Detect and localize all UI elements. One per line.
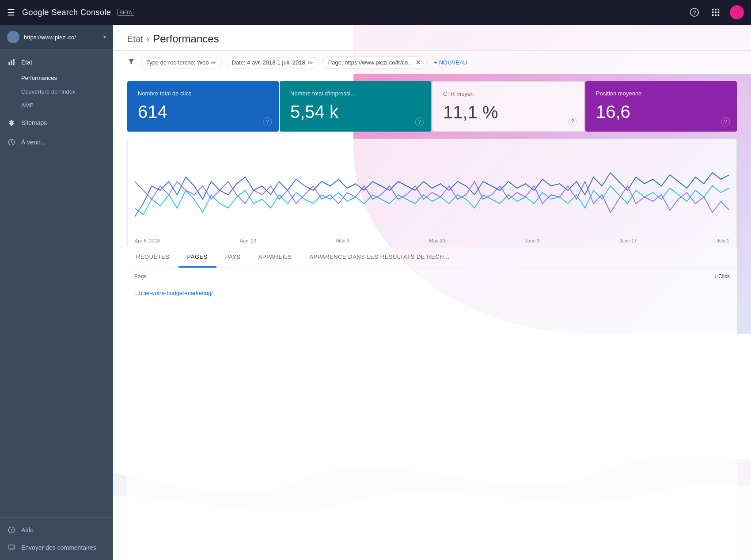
- close-icon-page[interactable]: ✕: [415, 58, 421, 67]
- property-url: https://www.plezi.co/: [24, 34, 103, 41]
- sidebar-item-etat-label: État: [21, 59, 32, 66]
- table-area: Page ↓ Clics ...blier-votre-budget-marke…: [127, 268, 737, 560]
- main-content: État › Performances Type de recherche: W…: [113, 25, 751, 560]
- svg-text:?: ?: [10, 528, 13, 533]
- topbar-right: ?: [687, 5, 744, 19]
- metric-clicks-value: 614: [138, 102, 268, 122]
- filter-chip-search-type-label: Type de recherche: Web: [146, 59, 209, 66]
- svg-rect-12: [11, 61, 12, 65]
- filter-chip-page[interactable]: Page: https://www.plezi.co/fr/co... ✕: [322, 56, 427, 69]
- svg-rect-7: [718, 11, 720, 13]
- metric-card-clicks[interactable]: Nombre total de clics 614 ?: [127, 81, 279, 132]
- filter-chip-date-label: Date: 4 avr. 2018-1 juil. 2018: [231, 59, 305, 66]
- table-cell-clics: [686, 290, 730, 296]
- breadcrumb-current: Performances: [153, 33, 219, 45]
- table-cell-page[interactable]: ...blier-votre-budget-marketing/: [134, 290, 686, 296]
- svg-rect-6: [715, 11, 717, 13]
- metric-position-help[interactable]: ?: [721, 117, 730, 126]
- sort-down-icon: ↓: [714, 273, 717, 280]
- sidebar-item-sitemaps[interactable]: Sitemaps: [0, 114, 113, 132]
- svg-rect-11: [8, 62, 10, 65]
- feedback-icon: [7, 543, 16, 552]
- tab-appareils[interactable]: APPAREILS: [250, 247, 301, 268]
- main-panel: État › Performances Type de recherche: W…: [113, 25, 751, 560]
- metric-impressions-value: 5,54 k: [290, 102, 421, 122]
- metric-card-impressions[interactable]: Nombre total d'impressi... 5,54 k ?: [280, 81, 431, 132]
- sidebar-section-etat: État Performances Couverture de l'index …: [0, 53, 113, 112]
- x-label-4: June 3: [525, 238, 539, 243]
- edit-icon-search-type[interactable]: ✏: [211, 59, 216, 66]
- table-row: ...blier-votre-budget-marketing/: [127, 285, 737, 301]
- help-icon[interactable]: ?: [687, 5, 702, 19]
- sidebar-nav: État Performances Couverture de l'index …: [0, 50, 113, 517]
- app-logo: Google Search Console BETA: [22, 8, 134, 17]
- sitemap-icon: [7, 118, 16, 127]
- metric-card-ctr[interactable]: CTR moyen 11,1 % ?: [432, 81, 584, 132]
- svg-rect-4: [718, 9, 720, 11]
- metric-ctr-help[interactable]: ?: [568, 117, 577, 126]
- aide-label: Aide: [21, 526, 34, 534]
- x-label-6: July 1: [717, 238, 729, 243]
- table-col-clics-header[interactable]: ↓ Clics: [686, 273, 730, 280]
- add-filter-button[interactable]: + NOUVEAU: [430, 57, 471, 68]
- sidebar-sub-item-couverture[interactable]: Couverture de l'index: [0, 85, 113, 98]
- feedback-label: Envoyer des commentaires: [21, 544, 96, 551]
- tabs-bar: REQUÊTES PAGES PAYS APPAREILS APPARENCE …: [127, 247, 737, 268]
- chart-x-labels: Apr 8, 2018 April 22 May 6 May 20 June 3…: [135, 236, 729, 247]
- tab-pages[interactable]: PAGES: [178, 247, 216, 268]
- x-label-2: May 6: [336, 238, 349, 243]
- metric-position-value: 16,6: [596, 102, 726, 122]
- svg-rect-10: [718, 15, 720, 16]
- apps-icon[interactable]: [709, 5, 723, 19]
- topbar: ☰ Google Search Console BETA ?: [0, 0, 751, 25]
- metric-card-position[interactable]: Position moyenne 16,6 ?: [585, 81, 737, 132]
- tab-requetes[interactable]: REQUÊTES: [127, 247, 178, 268]
- breadcrumb-separator: ›: [147, 34, 150, 44]
- property-chevron: ▾: [103, 34, 106, 40]
- metric-ctr-value: 11,1 %: [443, 102, 573, 122]
- property-icon: [7, 31, 19, 43]
- metric-impressions-help[interactable]: ?: [415, 117, 424, 126]
- chart-area: Apr 8, 2018 April 22 May 6 May 20 June 3…: [127, 139, 737, 247]
- breadcrumb-parent[interactable]: État: [127, 34, 143, 44]
- sidebar: https://www.plezi.co/ ▾ État Perfo: [0, 25, 113, 560]
- svg-rect-13: [13, 59, 15, 65]
- sidebar-item-avenir-label: À venir...: [21, 139, 45, 146]
- sidebar-feedback[interactable]: Envoyer des commentaires: [0, 539, 113, 556]
- x-label-0: Apr 8, 2018: [135, 238, 160, 243]
- sidebar-section-avenir: À venir...: [0, 133, 113, 151]
- tab-apparence[interactable]: APPARENCE DANS LES RÉSULTATS DE RECH...: [300, 247, 458, 268]
- edit-icon-date[interactable]: ✏: [308, 59, 313, 66]
- sidebar-sub-item-performances[interactable]: Performances: [0, 71, 113, 85]
- metrics-row: Nombre total de clics 614 ? Nombre total…: [113, 74, 751, 132]
- sidebar-item-sitemaps-label: Sitemaps: [21, 119, 47, 126]
- aide-icon: ?: [7, 526, 16, 534]
- property-selector[interactable]: https://www.plezi.co/ ▾: [0, 25, 113, 50]
- svg-rect-9: [715, 15, 717, 16]
- user-avatar[interactable]: [730, 5, 744, 19]
- beta-badge: BETA: [118, 9, 134, 16]
- metric-clicks-label: Nombre total de clics: [138, 90, 268, 97]
- tab-pays[interactable]: PAYS: [216, 247, 250, 268]
- sidebar-aide[interactable]: ? Aide: [0, 521, 113, 539]
- sidebar-item-avenir[interactable]: À venir...: [0, 133, 113, 151]
- filter-chip-search-type[interactable]: Type de recherche: Web ✏: [140, 57, 222, 68]
- svg-rect-2: [712, 9, 714, 11]
- filter-chip-date[interactable]: Date: 4 avr. 2018-1 juil. 2018 ✏: [226, 57, 319, 68]
- add-filter-label: NOUVEAU: [439, 59, 467, 66]
- svg-rect-8: [712, 15, 714, 16]
- svg-text:?: ?: [693, 9, 696, 16]
- x-label-3: May 20: [429, 238, 445, 243]
- app-layout: https://www.plezi.co/ ▾ État Perfo: [0, 25, 751, 560]
- sidebar-section-sitemaps: Sitemaps: [0, 114, 113, 132]
- page-header: État › Performances: [113, 25, 751, 51]
- metric-clicks-help[interactable]: ?: [263, 117, 272, 126]
- bar-chart-icon: [7, 58, 16, 67]
- svg-rect-5: [712, 11, 714, 13]
- menu-icon[interactable]: ☰: [7, 7, 15, 18]
- sidebar-sub-item-amp[interactable]: AMP: [0, 98, 113, 112]
- x-label-5: June 17: [619, 238, 637, 243]
- metric-ctr-label: CTR moyen: [443, 91, 573, 97]
- add-filter-plus: +: [434, 59, 437, 66]
- sidebar-item-etat[interactable]: État: [0, 53, 113, 71]
